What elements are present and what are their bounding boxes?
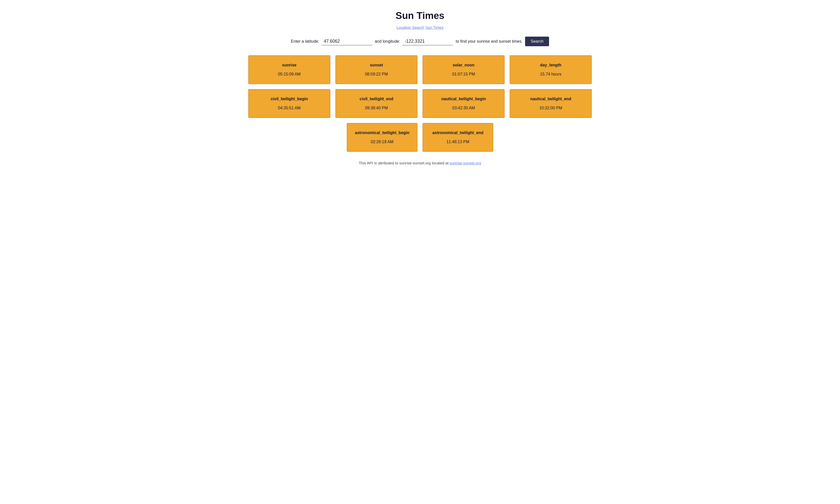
- card-day-length: day_length 15.74 hours: [510, 55, 592, 84]
- card-sunrise: sunrise 05:15:09 AM: [248, 55, 330, 84]
- card-astronomical-twilight-begin-label: astronomical_twilight_begin: [355, 130, 409, 135]
- card-nautical-twilight-end: nautical_twilight_end 10:32:00 PM: [510, 89, 592, 118]
- card-civil-twilight-end-label: civil_twilight_end: [360, 97, 393, 101]
- cards-row-2: civil_twilight_begin 04:35:51 AM civil_t…: [248, 89, 592, 118]
- attribution-text: This API is attributed to sunrise-sunset…: [359, 161, 450, 165]
- card-astronomical-twilight-end-label: astronomical_twilight_end: [432, 130, 483, 135]
- card-astronomical-twilight-begin-value: 02:26:18 AM: [371, 140, 393, 144]
- card-nautical-twilight-begin-label: nautical_twilight_begin: [441, 97, 486, 101]
- search-form: Enter a latitude: and longitude: to find…: [248, 37, 592, 46]
- card-sunrise-value: 05:15:09 AM: [278, 72, 301, 76]
- card-solar-noon-label: solar_noon: [452, 63, 474, 68]
- card-astronomical-twilight-end: astronomical_twilight_end 11:48:13 PM: [423, 123, 493, 152]
- breadcrumb: Location Search Sun Times: [248, 25, 592, 30]
- card-civil-twilight-end: civil_twilight_end 09:38:40 PM: [335, 89, 417, 118]
- search-suffix: to find your sunrise and sunset times.: [455, 39, 522, 44]
- card-nautical-twilight-begin-value: 03:42:30 AM: [452, 106, 475, 110]
- card-sunrise-label: sunrise: [282, 63, 297, 68]
- longitude-input[interactable]: [403, 38, 453, 46]
- attribution: This API is attributed to sunrise-sunset…: [248, 161, 592, 165]
- cards-row-1: sunrise 05:15:09 AM sunset 08:59:22 PM s…: [248, 55, 592, 84]
- card-day-length-value: 15.74 hours: [540, 72, 561, 76]
- card-sunset: sunset 08:59:22 PM: [335, 55, 417, 84]
- card-sunset-label: sunset: [370, 63, 383, 68]
- card-astronomical-twilight-end-value: 11:48:13 PM: [447, 140, 469, 144]
- card-solar-noon-value: 01:07:15 PM: [452, 72, 475, 76]
- card-day-length-label: day_length: [540, 63, 561, 68]
- card-civil-twilight-end-value: 09:38:40 PM: [365, 106, 388, 110]
- lat-label: Enter a latitude:: [291, 39, 319, 44]
- card-nautical-twilight-end-value: 10:32:00 PM: [539, 106, 562, 110]
- card-sunset-value: 08:59:22 PM: [365, 72, 388, 76]
- breadcrumb-location-search[interactable]: Location Search: [396, 25, 424, 30]
- card-civil-twilight-begin: civil_twilight_begin 04:35:51 AM: [248, 89, 330, 118]
- card-nautical-twilight-end-label: nautical_twilight_end: [530, 97, 571, 101]
- card-civil-twilight-begin-value: 04:35:51 AM: [278, 106, 301, 110]
- attribution-link[interactable]: sunrise-sunset.org: [449, 161, 481, 165]
- page-title: Sun Times: [248, 10, 592, 21]
- card-nautical-twilight-begin: nautical_twilight_begin 03:42:30 AM: [423, 89, 505, 118]
- latitude-input[interactable]: [322, 38, 372, 46]
- card-civil-twilight-begin-label: civil_twilight_begin: [271, 97, 308, 101]
- lon-label: and longitude:: [375, 39, 400, 44]
- breadcrumb-sun-times[interactable]: Sun Times: [425, 25, 444, 30]
- search-button[interactable]: Search: [525, 37, 549, 46]
- card-solar-noon: solar_noon 01:07:15 PM: [423, 55, 505, 84]
- card-astronomical-twilight-begin: astronomical_twilight_begin 02:26:18 AM: [347, 123, 417, 152]
- cards-row-3: astronomical_twilight_begin 02:26:18 AM …: [248, 123, 592, 152]
- page-container: Sun Times Location Search Sun Times Ente…: [243, 0, 597, 175]
